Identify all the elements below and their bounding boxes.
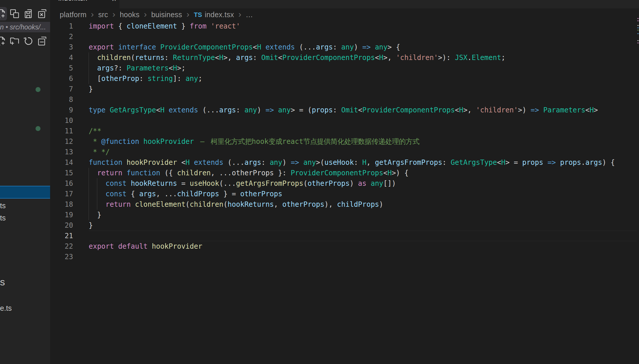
code-token: >; [177, 64, 186, 72]
code-token: ) [379, 200, 383, 208]
code-token: @function [101, 137, 139, 146]
code-token: GetArgsType [451, 158, 497, 167]
code-line[interactable]: 8 [50, 94, 639, 105]
code-text: const hookReturns = useHook(...getArgsFr… [89, 178, 396, 189]
code-token: >, [383, 54, 396, 62]
code-text: /** [89, 126, 101, 136]
code-line[interactable]: 16 const hookReturns = useHook(...getArg… [50, 178, 639, 189]
code-line[interactable]: 3export interface ProviderComponentProps… [50, 42, 639, 52]
code-token: args [244, 158, 261, 167]
new-folder-icon[interactable] [10, 36, 20, 46]
code-line[interactable]: 19 } [50, 210, 639, 220]
code-line[interactable]: 22export default hookProvider [50, 241, 639, 252]
code-token: , [274, 200, 282, 208]
code-text: return function ({ children, ...otherPro… [89, 168, 409, 178]
code-line[interactable]: 13 * */ [50, 147, 639, 157]
code-token: hookReturns [131, 179, 177, 188]
file-tree-item[interactable]: e.ts [0, 304, 12, 312]
code-line[interactable]: 23 [50, 252, 639, 262]
code-token: >, [463, 106, 476, 114]
code-token: ( [186, 200, 190, 208]
code-token: : [261, 158, 270, 167]
code-token: } [89, 211, 101, 219]
breadcrumb-file[interactable]: index.tsx [205, 10, 234, 19]
code-token: hookProvider [152, 242, 202, 250]
code-line[interactable]: 18 return cloneElement(children(hookRetu… [50, 199, 639, 210]
code-token: ( [198, 106, 206, 114]
file-tree-item[interactable]: ts [0, 202, 6, 210]
code-token: args [585, 158, 602, 167]
code-token: * */ [89, 148, 110, 156]
code-area[interactable]: 1import { cloneElement } from 'react'23e… [50, 21, 639, 262]
code-token: < [455, 106, 459, 114]
new-untitled-file-icon[interactable] [0, 9, 6, 19]
code-line[interactable]: 4 children(returns: ReturnType<H>, args:… [50, 52, 639, 63]
code-text: } [89, 220, 93, 231]
minimap-line [637, 30, 639, 31]
code-token [206, 137, 211, 146]
breadcrumb: platform› src› hooks› buisiness› TS inde… [50, 8, 639, 21]
line-number: 11 [50, 126, 73, 136]
code-token: extends [265, 43, 295, 51]
minimap-line [637, 40, 639, 41]
code-line[interactable]: 17 const { args, ...childProps } = other… [50, 189, 639, 199]
code-line[interactable]: 10 [50, 115, 639, 126]
code-line[interactable]: 15 return function ({ children, ...other… [50, 168, 639, 178]
code-token: const [105, 179, 126, 188]
code-token [261, 43, 265, 51]
selected-file-row[interactable] [0, 186, 51, 199]
file-tree-item[interactable]: s [0, 276, 5, 288]
breadcrumb-trailing[interactable]: … [246, 10, 253, 19]
code-line[interactable]: 6 [otherProp: string]: any; [50, 73, 639, 84]
code-line[interactable]: 20} [50, 220, 639, 231]
breadcrumb-segment[interactable]: src [98, 10, 108, 19]
close-all-editors-icon[interactable] [38, 9, 47, 19]
code-token: otherProp [101, 75, 139, 83]
code-token: extends [194, 158, 223, 167]
toggle-editor-layout-icon[interactable] [10, 9, 20, 19]
code-token: 节点提供简化处理数据传递处理的方式 [303, 137, 419, 146]
file-tree-item[interactable]: ts [0, 214, 6, 222]
code-token: >) { [392, 169, 409, 177]
code-token: function [127, 169, 160, 177]
code-token: any [270, 158, 282, 167]
line-number: 2 [50, 31, 73, 42]
line-number: 6 [50, 73, 73, 84]
code-token: args [316, 43, 333, 51]
code-token: ( [223, 158, 232, 167]
code-token: , [156, 190, 165, 198]
breadcrumb-segment[interactable]: hooks [120, 10, 140, 19]
line-number: 20 [50, 220, 73, 231]
code-token: < [358, 106, 362, 114]
new-file-icon[interactable] [0, 36, 6, 46]
code-line[interactable]: 2 [50, 31, 639, 42]
refresh-explorer-icon[interactable] [24, 36, 33, 46]
code-line[interactable]: 12 * @function hookProvider — 柯里化方式把hook… [50, 136, 639, 147]
code-line[interactable]: 14function hookProvider <H extends (...a… [50, 157, 639, 168]
tab-index-tsx[interactable]: index.tsx × [50, 0, 119, 8]
code-line[interactable]: 9type GetArgsType<H extends (...args: an… [50, 105, 639, 115]
code-line[interactable]: 5 args?: Parameters<H>; [50, 63, 639, 73]
code-token: : [253, 54, 261, 62]
code-token: as [358, 179, 366, 188]
code-token: < [215, 54, 219, 62]
code-token: [ [89, 75, 101, 83]
breadcrumb-segment[interactable]: platform [60, 10, 87, 19]
open-editor-item[interactable]: n • src/hooks/... [0, 22, 50, 32]
code-token [122, 158, 126, 167]
code-token: any [303, 158, 316, 167]
code-token: > = [505, 158, 522, 167]
breadcrumb-segment[interactable]: buisiness [151, 10, 182, 19]
code-line[interactable]: 21 [50, 231, 639, 241]
code-line[interactable]: 1import { cloneElement } from 'react' [50, 21, 639, 31]
code-token: < [585, 106, 589, 114]
code-token: . [467, 54, 472, 62]
code-text: export default hookProvider [89, 241, 202, 252]
code-line[interactable]: 11/** [50, 126, 639, 136]
code-token: ( [219, 179, 223, 188]
save-all-icon[interactable] [24, 9, 33, 19]
collapse-folders-icon[interactable] [38, 36, 47, 46]
tab-close-icon[interactable]: × [112, 0, 116, 4]
code-token: otherProps [240, 190, 283, 198]
code-line[interactable]: 7} [50, 84, 639, 94]
